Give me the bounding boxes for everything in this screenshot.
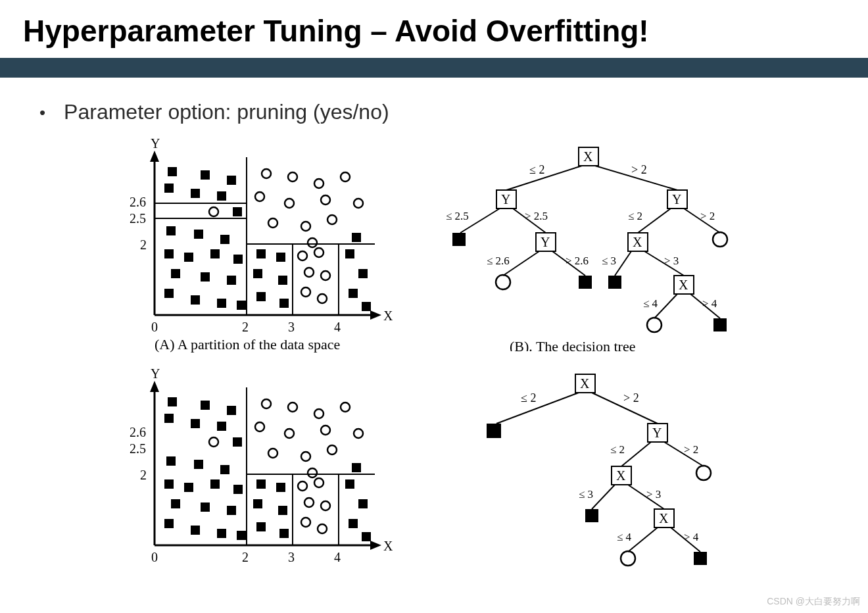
svg-rect-122 xyxy=(358,499,368,508)
svg-rect-29 xyxy=(217,299,226,308)
svg-point-43 xyxy=(262,169,271,178)
svg-point-56 xyxy=(314,248,324,257)
svg-rect-121 xyxy=(345,479,354,489)
svg-rect-108 xyxy=(171,499,180,508)
tree2-n5r: > 3 xyxy=(646,488,661,501)
x-tick-3-b: 3 xyxy=(288,550,295,564)
svg-rect-38 xyxy=(358,269,368,278)
svg-point-138 xyxy=(308,468,317,478)
caption-b: (B). The decision tree xyxy=(510,338,635,351)
svg-rect-115 xyxy=(256,479,266,489)
svg-rect-19 xyxy=(220,235,229,244)
svg-line-82 xyxy=(654,294,677,318)
svg-point-139 xyxy=(298,481,307,491)
tree2-root-r: > 2 xyxy=(623,391,639,405)
svg-point-52 xyxy=(301,222,310,231)
y-tick-25: 2.5 xyxy=(130,211,146,226)
svg-rect-39 xyxy=(349,289,358,298)
svg-rect-95 xyxy=(201,401,210,410)
tree1-n3l: ≤ 2 xyxy=(628,210,642,222)
tree2-n5: X xyxy=(616,468,626,483)
svg-point-44 xyxy=(288,172,297,182)
svg-rect-10 xyxy=(168,167,177,176)
svg-rect-112 xyxy=(191,526,200,535)
svg-point-133 xyxy=(321,426,330,435)
svg-rect-119 xyxy=(256,522,266,531)
x-axis-label-b: X xyxy=(383,539,393,553)
svg-rect-113 xyxy=(217,529,226,538)
diagram-area: Y X 2.6 2.5 2 0 2 3 4 xyxy=(0,124,868,585)
decision-tree-bottom: X ≤ 2 > 2 Y ≤ 2 > 2 X ≤ 3 > 3 X ≤ 4 > 4 xyxy=(460,368,763,572)
svg-point-127 xyxy=(262,399,271,408)
svg-point-50 xyxy=(354,199,363,208)
tree1-root: X xyxy=(583,149,593,164)
svg-point-137 xyxy=(327,445,337,454)
svg-point-59 xyxy=(301,287,310,297)
y-tick-2: 2 xyxy=(140,237,147,252)
svg-rect-35 xyxy=(256,292,266,301)
x-tick-4-b: 4 xyxy=(334,550,341,564)
svg-rect-32 xyxy=(276,253,285,262)
svg-rect-85 xyxy=(713,318,727,331)
svg-point-140 xyxy=(314,478,324,487)
svg-point-130 xyxy=(341,403,350,412)
svg-marker-2 xyxy=(150,151,159,162)
svg-rect-31 xyxy=(256,249,266,258)
svg-marker-88 xyxy=(150,381,159,392)
svg-rect-18 xyxy=(194,230,203,239)
svg-rect-30 xyxy=(237,301,246,310)
svg-rect-14 xyxy=(191,189,200,198)
tree1-n2l: ≤ 2.5 xyxy=(446,210,469,222)
svg-rect-99 xyxy=(217,422,226,431)
svg-rect-33 xyxy=(253,269,262,278)
svg-rect-25 xyxy=(201,272,210,282)
caption-a: (A) A partition of the data space xyxy=(155,336,340,353)
svg-point-84 xyxy=(647,318,662,332)
y-tick-2-b: 2 xyxy=(140,468,147,482)
svg-rect-96 xyxy=(227,406,236,415)
tree1-root-r: > 2 xyxy=(631,163,647,176)
tree1-n6l: ≤ 4 xyxy=(643,297,658,310)
svg-rect-28 xyxy=(191,295,200,305)
x-tick-0: 0 xyxy=(151,320,158,334)
svg-point-48 xyxy=(285,199,294,208)
svg-line-74 xyxy=(638,208,671,233)
svg-rect-40 xyxy=(362,302,371,311)
svg-rect-109 xyxy=(201,503,210,512)
svg-point-144 xyxy=(318,524,327,533)
svg-rect-114 xyxy=(237,531,246,540)
svg-rect-117 xyxy=(253,499,262,508)
tree2-n6r: > 4 xyxy=(684,531,699,543)
svg-rect-161 xyxy=(694,552,707,565)
tree1-n3: Y xyxy=(672,192,681,207)
svg-rect-107 xyxy=(233,485,243,494)
tree2-n6: X xyxy=(659,511,669,526)
svg-point-135 xyxy=(268,449,277,458)
svg-point-45 xyxy=(314,179,324,188)
svg-rect-72 xyxy=(579,276,592,289)
svg-rect-125 xyxy=(352,463,361,472)
svg-rect-101 xyxy=(166,456,176,466)
svg-rect-80 xyxy=(608,276,621,289)
tree2-root: X xyxy=(580,376,590,391)
svg-point-126 xyxy=(209,437,218,447)
svg-point-160 xyxy=(621,551,635,566)
svg-rect-118 xyxy=(278,506,287,515)
svg-point-136 xyxy=(301,452,310,461)
svg-point-143 xyxy=(301,518,310,527)
tree1-n5l: ≤ 3 xyxy=(602,255,616,267)
tree1-n2: Y xyxy=(501,192,510,207)
tree2-n3r: > 2 xyxy=(684,443,698,456)
tree1-n4: Y xyxy=(541,235,550,249)
title-underline-bar xyxy=(0,58,868,78)
svg-rect-104 xyxy=(164,479,174,489)
svg-point-51 xyxy=(268,218,277,228)
svg-rect-102 xyxy=(194,460,203,469)
x-tick-4: 4 xyxy=(334,320,341,334)
svg-point-57 xyxy=(304,268,314,277)
svg-line-158 xyxy=(628,527,658,552)
svg-marker-89 xyxy=(370,541,381,550)
svg-rect-41 xyxy=(352,233,361,242)
svg-point-42 xyxy=(209,207,218,216)
x-tick-2-b: 2 xyxy=(242,550,249,564)
